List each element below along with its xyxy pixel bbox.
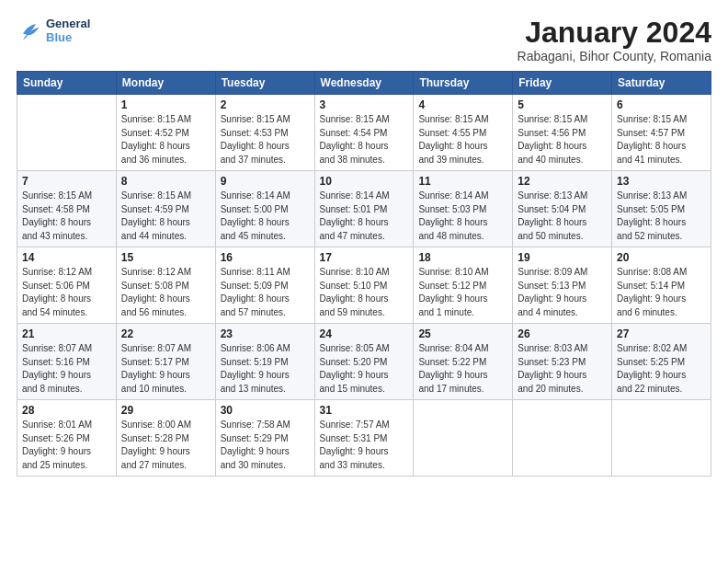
day-info: Sunrise: 8:13 AM Sunset: 5:05 PM Dayligh… (617, 190, 706, 243)
day-info: Sunrise: 8:14 AM Sunset: 5:01 PM Dayligh… (320, 190, 409, 243)
col-saturday: Saturday (612, 72, 711, 95)
calendar-cell (17, 95, 117, 171)
col-monday: Monday (116, 72, 215, 95)
day-number: 16 (221, 251, 310, 264)
day-info: Sunrise: 8:03 AM Sunset: 5:23 PM Dayligh… (518, 342, 607, 396)
calendar-cell: 6Sunrise: 8:15 AM Sunset: 4:57 PM Daylig… (612, 95, 711, 171)
day-info: Sunrise: 7:58 AM Sunset: 5:29 PM Dayligh… (221, 419, 310, 472)
calendar-cell: 8Sunrise: 8:15 AM Sunset: 4:59 PM Daylig… (116, 171, 215, 247)
calendar-subtitle: Rabagani, Bihor County, Romania (518, 49, 711, 63)
calendar-header: Sunday Monday Tuesday Wednesday Thursday… (17, 72, 711, 95)
calendar-cell: 24Sunrise: 8:05 AM Sunset: 5:20 PM Dayli… (314, 324, 414, 400)
calendar-cell: 7Sunrise: 8:15 AM Sunset: 4:58 PM Daylig… (17, 171, 117, 247)
day-info: Sunrise: 8:12 AM Sunset: 5:06 PM Dayligh… (22, 266, 111, 319)
calendar-cell: 4Sunrise: 8:15 AM Sunset: 4:55 PM Daylig… (414, 95, 513, 171)
calendar-week-4: 21Sunrise: 8:07 AM Sunset: 5:16 PM Dayli… (17, 324, 711, 400)
calendar-cell: 17Sunrise: 8:10 AM Sunset: 5:10 PM Dayli… (314, 247, 414, 324)
day-info: Sunrise: 7:57 AM Sunset: 5:31 PM Dayligh… (320, 419, 409, 472)
calendar-cell: 25Sunrise: 8:04 AM Sunset: 5:22 PM Dayli… (414, 324, 513, 400)
calendar-cell: 26Sunrise: 8:03 AM Sunset: 5:23 PM Dayli… (513, 324, 612, 400)
day-info: Sunrise: 8:10 AM Sunset: 5:12 PM Dayligh… (418, 266, 507, 319)
calendar-cell: 2Sunrise: 8:15 AM Sunset: 4:53 PM Daylig… (215, 95, 314, 171)
day-number: 12 (518, 175, 607, 188)
day-info: Sunrise: 8:00 AM Sunset: 5:28 PM Dayligh… (121, 419, 210, 472)
calendar-cell: 13Sunrise: 8:13 AM Sunset: 5:05 PM Dayli… (612, 171, 711, 247)
day-info: Sunrise: 8:15 AM Sunset: 4:54 PM Dayligh… (320, 113, 409, 167)
day-number: 22 (121, 327, 210, 340)
day-number: 27 (617, 327, 706, 340)
day-info: Sunrise: 8:11 AM Sunset: 5:09 PM Dayligh… (221, 266, 310, 319)
day-number: 9 (221, 175, 310, 188)
logo-text: General Blue (46, 17, 90, 44)
calendar-cell: 12Sunrise: 8:13 AM Sunset: 5:04 PM Dayli… (513, 171, 612, 247)
calendar-cell: 29Sunrise: 8:00 AM Sunset: 5:28 PM Dayli… (116, 400, 215, 477)
day-info: Sunrise: 8:15 AM Sunset: 4:59 PM Dayligh… (121, 190, 210, 243)
calendar-week-3: 14Sunrise: 8:12 AM Sunset: 5:06 PM Dayli… (17, 247, 711, 324)
day-info: Sunrise: 8:06 AM Sunset: 5:19 PM Dayligh… (221, 342, 310, 396)
calendar-cell: 15Sunrise: 8:12 AM Sunset: 5:08 PM Dayli… (116, 247, 215, 324)
calendar-body: 1Sunrise: 8:15 AM Sunset: 4:52 PM Daylig… (17, 95, 711, 477)
calendar-cell (513, 400, 612, 477)
day-number: 21 (22, 327, 111, 340)
calendar-cell: 22Sunrise: 8:07 AM Sunset: 5:17 PM Dayli… (116, 324, 215, 400)
calendar-cell: 27Sunrise: 8:02 AM Sunset: 5:25 PM Dayli… (612, 324, 711, 400)
calendar-cell: 3Sunrise: 8:15 AM Sunset: 4:54 PM Daylig… (314, 95, 414, 171)
day-info: Sunrise: 8:08 AM Sunset: 5:14 PM Dayligh… (617, 266, 706, 319)
day-number: 5 (518, 98, 607, 111)
day-info: Sunrise: 8:13 AM Sunset: 5:04 PM Dayligh… (518, 190, 607, 243)
day-number: 18 (418, 251, 507, 264)
calendar-cell: 5Sunrise: 8:15 AM Sunset: 4:56 PM Daylig… (513, 95, 612, 171)
day-number: 8 (121, 175, 210, 188)
day-info: Sunrise: 8:15 AM Sunset: 4:53 PM Dayligh… (221, 113, 310, 167)
calendar-cell: 14Sunrise: 8:12 AM Sunset: 5:06 PM Dayli… (17, 247, 117, 324)
logo: General Blue (17, 17, 90, 44)
day-info: Sunrise: 8:07 AM Sunset: 5:16 PM Dayligh… (22, 342, 111, 396)
calendar-week-5: 28Sunrise: 8:01 AM Sunset: 5:26 PM Dayli… (17, 400, 711, 477)
calendar-week-1: 1Sunrise: 8:15 AM Sunset: 4:52 PM Daylig… (17, 95, 711, 171)
calendar-cell: 16Sunrise: 8:11 AM Sunset: 5:09 PM Dayli… (215, 247, 314, 324)
day-number: 30 (221, 404, 310, 417)
calendar-title: January 2024 (518, 17, 711, 49)
page: General Blue January 2024 Rabagani, Biho… (0, 0, 728, 563)
header: General Blue January 2024 Rabagani, Biho… (17, 17, 711, 63)
day-number: 7 (22, 175, 111, 188)
calendar-table: Sunday Monday Tuesday Wednesday Thursday… (17, 71, 711, 477)
day-info: Sunrise: 8:15 AM Sunset: 4:56 PM Dayligh… (518, 113, 607, 167)
calendar-cell: 21Sunrise: 8:07 AM Sunset: 5:16 PM Dayli… (17, 324, 117, 400)
calendar-cell: 9Sunrise: 8:14 AM Sunset: 5:00 PM Daylig… (215, 171, 314, 247)
day-number: 1 (121, 98, 210, 111)
calendar-cell: 18Sunrise: 8:10 AM Sunset: 5:12 PM Dayli… (414, 247, 513, 324)
day-info: Sunrise: 8:10 AM Sunset: 5:10 PM Dayligh… (320, 266, 409, 319)
day-number: 13 (617, 175, 706, 188)
day-number: 23 (221, 327, 310, 340)
calendar-cell: 19Sunrise: 8:09 AM Sunset: 5:13 PM Dayli… (513, 247, 612, 324)
day-info: Sunrise: 8:07 AM Sunset: 5:17 PM Dayligh… (121, 342, 210, 396)
day-number: 10 (320, 175, 409, 188)
day-number: 28 (22, 404, 111, 417)
day-number: 17 (320, 251, 409, 264)
calendar-cell: 31Sunrise: 7:57 AM Sunset: 5:31 PM Dayli… (314, 400, 414, 477)
calendar-cell: 20Sunrise: 8:08 AM Sunset: 5:14 PM Dayli… (612, 247, 711, 324)
day-number: 25 (418, 327, 507, 340)
calendar-cell: 10Sunrise: 8:14 AM Sunset: 5:01 PM Dayli… (314, 171, 414, 247)
day-number: 15 (121, 251, 210, 264)
calendar-cell: 1Sunrise: 8:15 AM Sunset: 4:52 PM Daylig… (116, 95, 215, 171)
calendar-cell: 28Sunrise: 8:01 AM Sunset: 5:26 PM Dayli… (17, 400, 117, 477)
calendar-cell: 23Sunrise: 8:06 AM Sunset: 5:19 PM Dayli… (215, 324, 314, 400)
col-friday: Friday (513, 72, 612, 95)
day-info: Sunrise: 8:15 AM Sunset: 4:57 PM Dayligh… (617, 113, 706, 167)
day-info: Sunrise: 8:01 AM Sunset: 5:26 PM Dayligh… (22, 419, 111, 472)
day-number: 4 (418, 98, 507, 111)
calendar-cell: 30Sunrise: 7:58 AM Sunset: 5:29 PM Dayli… (215, 400, 314, 477)
day-info: Sunrise: 8:05 AM Sunset: 5:20 PM Dayligh… (320, 342, 409, 396)
day-number: 11 (418, 175, 507, 188)
day-number: 24 (320, 327, 409, 340)
day-info: Sunrise: 8:02 AM Sunset: 5:25 PM Dayligh… (617, 342, 706, 396)
day-number: 19 (518, 251, 607, 264)
day-info: Sunrise: 8:15 AM Sunset: 4:58 PM Dayligh… (22, 190, 111, 243)
day-number: 6 (617, 98, 706, 111)
day-info: Sunrise: 8:04 AM Sunset: 5:22 PM Dayligh… (418, 342, 507, 396)
calendar-cell (612, 400, 711, 477)
calendar-cell: 11Sunrise: 8:14 AM Sunset: 5:03 PM Dayli… (414, 171, 513, 247)
col-thursday: Thursday (414, 72, 513, 95)
